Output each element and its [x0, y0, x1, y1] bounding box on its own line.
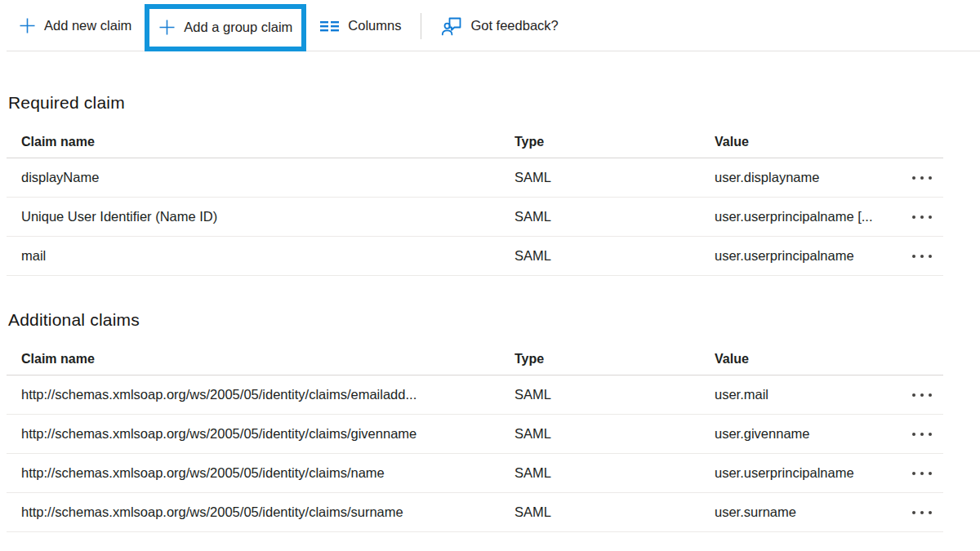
claim-name-cell: mail — [7, 248, 514, 264]
claim-type-cell: SAML — [514, 426, 715, 442]
table-header-row: Claim name Type Value — [7, 343, 943, 375]
claim-value-cell: user.mail — [715, 387, 890, 402]
section-title-required-claim: Required claim — [8, 91, 980, 114]
claim-value-cell: user.surname — [715, 504, 890, 520]
add-group-claim-button[interactable]: Add a group claim — [149, 10, 301, 46]
column-header-claim-name: Claim name — [7, 352, 514, 367]
table-header-row: Claim name Type Value — [7, 126, 943, 158]
feedback-person-icon — [441, 15, 462, 37]
claim-name-cell: http://schemas.xmlsoap.org/ws/2005/05/id… — [7, 465, 514, 481]
row-actions-cell — [890, 426, 943, 442]
add-new-claim-button[interactable]: Add new claim — [7, 0, 144, 51]
ellipsis-icon — [912, 433, 915, 436]
row-context-menu-button[interactable] — [909, 465, 935, 482]
ellipsis-icon — [912, 255, 915, 258]
got-feedback-button[interactable]: Got feedback? — [429, 0, 570, 51]
claim-type-cell: SAML — [514, 170, 715, 185]
row-context-menu-button[interactable] — [909, 387, 935, 403]
row-actions-cell — [890, 170, 943, 186]
table-row: http://schemas.xmlsoap.org/ws/2005/05/id… — [7, 454, 943, 493]
plus-icon — [19, 17, 36, 34]
column-header-value: Value — [715, 352, 890, 367]
claim-value-cell: user.userprincipalname — [715, 465, 890, 481]
ellipsis-icon — [912, 216, 915, 219]
claim-value-cell: user.displayname — [715, 170, 890, 185]
row-context-menu-button[interactable] — [909, 504, 935, 521]
columns-button[interactable]: Columns — [307, 0, 413, 51]
ellipsis-icon — [912, 472, 915, 475]
claims-toolbar: Add new claim Add a group claim — [0, 0, 980, 51]
table-row: http://schemas.xmlsoap.org/ws/2005/05/id… — [7, 493, 943, 532]
table-row: http://schemas.xmlsoap.org/ws/2005/05/id… — [7, 415, 943, 454]
required-claims-section: Required claim Claim name Type Value dis… — [0, 91, 980, 276]
claim-name-cell: http://schemas.xmlsoap.org/ws/2005/05/id… — [7, 426, 514, 442]
claim-type-cell: SAML — [514, 209, 715, 224]
row-context-menu-button[interactable] — [909, 426, 935, 442]
row-actions-cell — [890, 248, 943, 264]
row-actions-cell — [890, 387, 943, 403]
claim-value-cell: user.userprincipalname [... — [715, 209, 890, 224]
table-row: displayName SAML user.displayname — [7, 158, 943, 198]
columns-label: Columns — [348, 18, 401, 33]
columns-icon — [319, 18, 340, 34]
row-context-menu-button[interactable] — [909, 170, 935, 186]
row-context-menu-button[interactable] — [909, 248, 935, 264]
toolbar-divider — [421, 13, 421, 39]
additional-claims-section: Additional claims Claim name Type Value … — [0, 309, 980, 532]
section-title-additional-claims: Additional claims — [8, 309, 980, 331]
row-actions-cell — [890, 504, 943, 521]
ellipsis-icon — [912, 511, 915, 514]
claim-name-cell: displayName — [7, 170, 514, 185]
column-header-type: Type — [514, 352, 715, 367]
claim-type-cell: SAML — [514, 465, 715, 481]
table-row: http://schemas.xmlsoap.org/ws/2005/05/id… — [7, 375, 943, 415]
claim-name-cell: Unique User Identifier (Name ID) — [7, 209, 514, 224]
plus-icon — [158, 19, 176, 36]
claim-value-cell: user.givenname — [715, 426, 890, 442]
ellipsis-icon — [912, 176, 915, 180]
row-actions-cell — [890, 209, 943, 225]
add-new-claim-label: Add new claim — [44, 18, 131, 33]
got-feedback-label: Got feedback? — [470, 18, 558, 33]
claim-name-cell: http://schemas.xmlsoap.org/ws/2005/05/id… — [7, 387, 514, 402]
column-header-type: Type — [514, 135, 715, 149]
column-header-value: Value — [715, 135, 890, 149]
row-context-menu-button[interactable] — [909, 209, 935, 225]
ellipsis-icon — [912, 393, 915, 397]
table-row: Unique User Identifier (Name ID) SAML us… — [7, 198, 943, 237]
column-header-claim-name: Claim name — [7, 135, 514, 149]
claim-name-cell: http://schemas.xmlsoap.org/ws/2005/05/id… — [7, 504, 514, 520]
required-claims-table: Claim name Type Value displayName SAML u… — [7, 126, 943, 276]
table-row: mail SAML user.userprincipalname — [7, 237, 943, 276]
claim-type-cell: SAML — [514, 387, 715, 402]
claim-type-cell: SAML — [514, 504, 715, 520]
claim-value-cell: user.userprincipalname — [715, 248, 890, 264]
annotation-highlight-box: Add a group claim — [145, 4, 306, 51]
row-actions-cell — [890, 465, 943, 482]
additional-claims-table: Claim name Type Value http://schemas.xml… — [7, 343, 943, 532]
claim-type-cell: SAML — [514, 248, 715, 264]
add-group-claim-label: Add a group claim — [184, 20, 292, 35]
